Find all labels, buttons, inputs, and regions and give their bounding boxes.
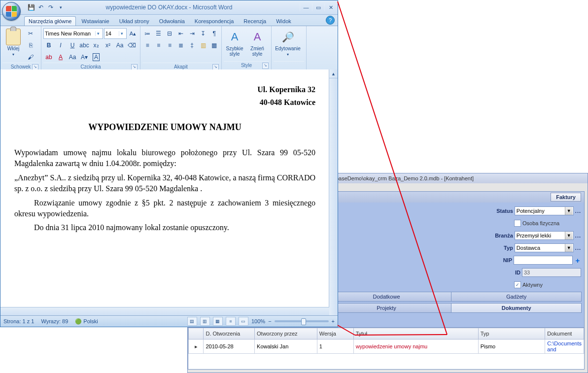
show-marks-icon[interactable]: ¶ xyxy=(209,28,219,39)
doc-p1: Wypowiadam umowę najmu lokalu biurowego … xyxy=(14,147,315,170)
grid-selector-header[interactable] xyxy=(189,328,204,339)
align-left-icon[interactable]: ≡ xyxy=(142,40,153,51)
copy-icon[interactable]: ⎘ xyxy=(25,40,36,51)
maximize-button[interactable]: ▭ xyxy=(312,3,324,11)
strike-button[interactable]: abc xyxy=(79,40,90,51)
view-draft-icon[interactable]: ▭ xyxy=(239,317,248,326)
scroll-up-icon[interactable]: ▲ xyxy=(329,69,338,78)
aktywny-checkbox[interactable]: ✓Aktywny xyxy=(514,281,581,288)
justify-icon[interactable]: ≣ xyxy=(176,40,186,51)
col-ver[interactable]: Wersja xyxy=(317,328,353,339)
grow-font-icon[interactable]: A▴ xyxy=(128,28,138,39)
add-nip-button[interactable]: + xyxy=(574,256,581,265)
view-print-icon[interactable]: ▤ xyxy=(187,317,197,326)
tab-gadzety[interactable]: Gadżety xyxy=(451,292,582,302)
status-dropdown[interactable]: Potencjalny▼ xyxy=(515,206,574,215)
nip-field[interactable] xyxy=(514,256,573,265)
col-doc[interactable]: Dokument xyxy=(545,328,584,339)
highlight-icon[interactable]: ab xyxy=(43,52,54,63)
superscript-button[interactable]: x² xyxy=(103,40,113,51)
horizontal-scrollbar[interactable] xyxy=(0,307,329,316)
ribbon-tabs: Narzędzia główne Wstawianie Układ strony… xyxy=(0,15,338,26)
char-border-icon[interactable]: A xyxy=(91,52,102,63)
change-styles-button[interactable]: A Zmień style xyxy=(246,27,268,61)
branza-more[interactable]: ... xyxy=(575,233,581,238)
italic-button[interactable]: I xyxy=(55,40,66,51)
undo-icon[interactable]: ↶ xyxy=(37,3,45,11)
bold-button[interactable]: B xyxy=(43,40,54,51)
typ-more[interactable]: ... xyxy=(575,245,581,251)
view-web-icon[interactable]: ▦ xyxy=(213,317,223,326)
faktury-button[interactable]: Faktury xyxy=(551,193,581,202)
close-button[interactable]: ✕ xyxy=(324,3,337,11)
status-more[interactable]: ... xyxy=(575,208,581,214)
typ-dropdown[interactable]: Dostawca▼ xyxy=(515,243,574,252)
tab-korespondencja[interactable]: Korespondencja xyxy=(190,16,239,26)
col-user[interactable]: Otworzony przez xyxy=(255,328,317,339)
tab-uklad[interactable]: Układ strony xyxy=(115,16,154,26)
status-lang[interactable]: 🟢 Polski xyxy=(75,318,98,325)
zoom-out-button[interactable]: − xyxy=(268,318,271,324)
view-outline-icon[interactable]: ≡ xyxy=(226,317,236,326)
tab-dokumenty[interactable]: Dokumenty xyxy=(451,303,582,313)
align-center-icon[interactable]: ≡ xyxy=(154,40,164,51)
text-effects-icon[interactable]: Aa xyxy=(67,52,78,63)
zoom-level[interactable]: 100% xyxy=(251,318,265,324)
line-spacing-icon[interactable]: ‡ xyxy=(187,40,197,51)
grid-row[interactable]: ▸ 2010-05-28 Kowalski Jan 1 wypowiedzeni… xyxy=(189,339,584,354)
align-right-icon[interactable]: ≡ xyxy=(165,40,175,51)
branza-dropdown[interactable]: Przemysł lekki▼ xyxy=(515,231,574,240)
status-page[interactable]: Strona: 1 z 1 xyxy=(3,318,34,324)
font-name-value: Times New Roman xyxy=(45,31,91,36)
quick-styles-button[interactable]: A Szybkie style xyxy=(224,27,245,61)
col-type[interactable]: Typ xyxy=(478,328,545,339)
zoom-slider[interactable] xyxy=(275,320,329,322)
format-painter-icon[interactable]: 🖌 xyxy=(25,52,36,63)
tab-narzedzia[interactable]: Narzędzia główne xyxy=(24,16,76,26)
paste-button[interactable]: Wklej ▾ xyxy=(2,27,24,63)
change-case-button[interactable]: Aa xyxy=(114,40,125,51)
sort-icon[interactable]: ↧ xyxy=(198,28,208,39)
status-words[interactable]: Wyrazy: 89 xyxy=(41,318,68,324)
clear-format-icon[interactable]: ⌫ xyxy=(126,40,137,51)
tab-recenzja[interactable]: Recenzja xyxy=(239,16,271,26)
borders-icon[interactable]: ▦ xyxy=(209,40,219,51)
shrink-font-icon[interactable]: A▾ xyxy=(79,52,90,63)
help-icon[interactable]: ? xyxy=(326,16,335,25)
tab-odwolania[interactable]: Odwołania xyxy=(155,16,189,26)
typ-label: Typ xyxy=(485,245,513,251)
subscript-button[interactable]: x₂ xyxy=(91,40,102,51)
shading-icon[interactable]: ▥ xyxy=(198,40,208,51)
indent-dec-icon[interactable]: ⇤ xyxy=(176,28,186,39)
numbering-icon[interactable]: ☰ xyxy=(154,28,164,39)
font-size-combo[interactable]: 14▾ xyxy=(104,28,127,39)
tab-widok[interactable]: Widok xyxy=(272,16,296,26)
minimize-button[interactable]: — xyxy=(300,3,312,11)
save-icon[interactable]: 💾 xyxy=(27,3,35,11)
editing-button[interactable]: 🔎 Edytowanie ▾ xyxy=(274,27,302,61)
tab-dodatkowe[interactable]: Dodatkowe xyxy=(321,292,452,302)
cut-icon[interactable]: ✂ xyxy=(25,28,36,39)
view-read-icon[interactable]: ▥ xyxy=(200,317,210,326)
col-date[interactable]: D. Otworzenia xyxy=(204,328,255,339)
office-button[interactable] xyxy=(2,2,21,21)
window-controls: — ▭ ✕ xyxy=(300,3,337,12)
osoba-checkbox[interactable]: Osoba fizyczna xyxy=(514,220,581,227)
dialog-launcher-icon[interactable]: ↘ xyxy=(262,63,269,69)
clipboard-icon xyxy=(6,29,21,45)
redo-icon[interactable]: ↷ xyxy=(47,3,55,11)
underline-button[interactable]: U xyxy=(67,40,78,51)
tab-projekty[interactable]: Projekty xyxy=(321,303,452,313)
document-page[interactable]: Ul. Kopernika 32 40-048 Katowice WYPOWIE… xyxy=(0,69,329,307)
indent-inc-icon[interactable]: ⇥ xyxy=(187,28,197,39)
col-title[interactable]: Tytuł xyxy=(353,328,478,339)
group-edytowanie xyxy=(274,61,304,69)
vertical-scrollbar[interactable]: ▲ xyxy=(329,69,338,316)
qat-customize-icon[interactable]: ▾ xyxy=(57,3,65,11)
zoom-in-button[interactable]: + xyxy=(332,318,335,324)
multilevel-icon[interactable]: ⊟ xyxy=(165,28,175,39)
font-name-combo[interactable]: Times New Roman▾ xyxy=(43,28,103,39)
tab-wstawianie[interactable]: Wstawianie xyxy=(77,16,113,26)
bullets-icon[interactable]: ≔ xyxy=(142,28,153,39)
font-color-icon[interactable]: A xyxy=(55,52,66,63)
